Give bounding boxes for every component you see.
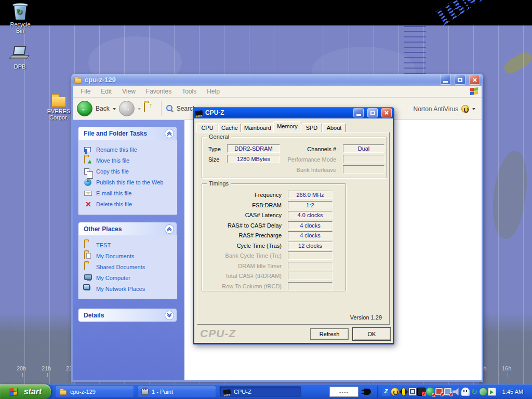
panel-title: Details xyxy=(84,312,104,319)
taskbar-clock[interactable]: 1:45 AM xyxy=(497,384,529,399)
folder-icon xyxy=(74,78,82,83)
norton-dropdown-icon[interactable] xyxy=(472,108,475,112)
timing-value xyxy=(288,262,332,270)
task-move-file[interactable]: Move this file xyxy=(84,156,174,165)
laptop-icon xyxy=(10,46,30,62)
taskbar-item-paint[interactable]: 1 - Paint xyxy=(137,386,216,397)
back-dropdown-icon[interactable] xyxy=(113,108,116,112)
desktop-icon-label: DPB xyxy=(5,63,34,70)
bank-interleave-value xyxy=(343,165,384,174)
refresh-button[interactable]: Refresh xyxy=(310,328,349,340)
file-tasks-panel: File and Folder Tasks Rename this file M… xyxy=(78,127,177,215)
desktop-icon-everes[interactable]: EVERES Corpor. xyxy=(45,88,72,121)
lan-connection-icon[interactable] xyxy=(408,388,417,396)
power-plug-icon[interactable] xyxy=(364,389,371,395)
minimize-button[interactable] xyxy=(353,108,364,117)
timing-value xyxy=(288,251,332,260)
task-rename-file[interactable]: Rename this file xyxy=(84,145,174,154)
menu-file[interactable]: File xyxy=(75,88,96,95)
timezone-tick xyxy=(47,373,48,377)
updates-icon[interactable] xyxy=(479,388,487,396)
menu-view[interactable]: View xyxy=(117,88,141,95)
menu-tools[interactable]: Tools xyxy=(177,88,202,95)
menu-favorites[interactable]: Favorites xyxy=(141,88,177,95)
size-label: Size xyxy=(208,156,228,163)
my-computer-icon xyxy=(84,274,92,280)
timezone-tick xyxy=(22,373,23,377)
explorer-titlebar[interactable]: cpu-z-129 xyxy=(71,74,483,86)
place-test[interactable]: TEST xyxy=(84,241,174,249)
volume-icon[interactable] xyxy=(453,388,461,396)
back-label[interactable]: Back xyxy=(96,105,110,112)
place-my-network[interactable]: My Network Places xyxy=(84,285,174,293)
status-error-ball-icon[interactable] xyxy=(426,388,434,396)
desktop-icon-dpb[interactable]: DPB xyxy=(5,44,34,70)
norton-antivirus-toolbar[interactable]: Norton AntiVirus xyxy=(404,98,476,120)
my-documents-icon xyxy=(84,252,85,259)
file-tasks-header[interactable]: File and Folder Tasks xyxy=(78,127,177,140)
back-button[interactable]: ← xyxy=(77,101,92,116)
timezone-label: 20h xyxy=(17,365,26,371)
windows-logo-icon xyxy=(9,388,18,396)
timing-value: 4.0 clocks xyxy=(288,211,332,219)
up-button[interactable]: ↑ xyxy=(144,103,156,114)
timing-label: Row To Column (tRCD) xyxy=(206,283,282,289)
tab-cache[interactable]: Cache xyxy=(218,123,241,132)
task-email-file[interactable]: E-mail this file xyxy=(84,189,174,197)
details-header[interactable]: Details xyxy=(78,309,177,322)
connection-error-icon[interactable] xyxy=(417,388,425,396)
cpuz-titlebar[interactable]: CPU-Z xyxy=(193,107,394,118)
desktop-icon-recycle-bin[interactable]: ↻ Recycle Bin xyxy=(6,2,35,34)
tab-mainboard[interactable]: Mainboard xyxy=(241,123,274,132)
timezone-label: 21h xyxy=(42,365,51,371)
collapse-chevron-icon[interactable] xyxy=(165,224,174,234)
other-places-header[interactable]: Other Places xyxy=(78,222,177,235)
wireless-error-icon[interactable] xyxy=(444,388,452,396)
task-copy-file[interactable]: Copy this file xyxy=(84,167,174,176)
task-publish-file[interactable]: Publish this file to the Web xyxy=(84,178,174,187)
forward-button[interactable]: → xyxy=(119,101,135,116)
windows-logo-icon xyxy=(470,87,479,96)
norton-icon xyxy=(461,105,469,113)
place-shared-documents[interactable]: Shared Documents xyxy=(84,263,174,271)
tab-about[interactable]: About xyxy=(322,123,346,132)
display-error-icon[interactable] xyxy=(435,388,443,396)
antivirus-diamond-icon[interactable] xyxy=(399,387,408,396)
type-label: Type xyxy=(208,146,228,152)
timing-value: 12 clocks xyxy=(288,242,332,250)
maximize-button[interactable] xyxy=(455,75,466,85)
collapse-chevron-icon[interactable] xyxy=(165,129,174,138)
dialup-icon[interactable]: Z xyxy=(382,388,390,396)
performance-mode-label: Performance Mode xyxy=(270,156,336,163)
maximize-button[interactable] xyxy=(367,108,378,117)
menu-edit[interactable]: Edit xyxy=(96,88,117,95)
search-icon[interactable] xyxy=(166,105,174,112)
ok-button[interactable]: OK xyxy=(353,328,391,340)
minimize-button[interactable] xyxy=(440,75,451,85)
task-delete-file[interactable]: Delete this file xyxy=(84,200,174,208)
tab-memory[interactable]: Memory xyxy=(273,121,301,132)
taskbar-item-cpu-z-129[interactable]: cpu-z-129 xyxy=(55,386,134,397)
group-legend: Timings xyxy=(207,180,231,187)
tab-cpu[interactable]: CPU xyxy=(196,123,218,132)
close-button[interactable] xyxy=(469,75,480,85)
ghost-icon[interactable] xyxy=(461,388,470,396)
expand-chevron-icon[interactable] xyxy=(165,311,174,320)
place-my-documents[interactable]: My Documents xyxy=(84,252,174,260)
top-band: IBM xyxy=(0,0,532,25)
place-my-computer[interactable]: My Computer xyxy=(84,274,174,282)
taskbar-item-cpuz[interactable]: CPU-Z xyxy=(219,386,301,397)
desktop-icon-label: EVERES Corpor. xyxy=(45,108,72,121)
recycle-tray-icon[interactable]: ↻ xyxy=(470,388,478,396)
tab-spd[interactable]: SPD xyxy=(301,123,322,132)
removable-drive-icon[interactable] xyxy=(488,388,496,396)
timing-label: RAS# to CAS# Delay xyxy=(206,222,282,229)
close-button[interactable] xyxy=(381,108,392,117)
language-bar[interactable]: ---- xyxy=(329,387,358,397)
task-label: Copy this file xyxy=(96,168,129,176)
menu-help[interactable]: Help xyxy=(202,88,225,95)
timing-label: RAS# Precharge xyxy=(206,232,282,238)
start-button[interactable]: start xyxy=(0,384,51,399)
norton-tray-icon[interactable] xyxy=(391,388,399,396)
folder-icon xyxy=(51,97,66,107)
